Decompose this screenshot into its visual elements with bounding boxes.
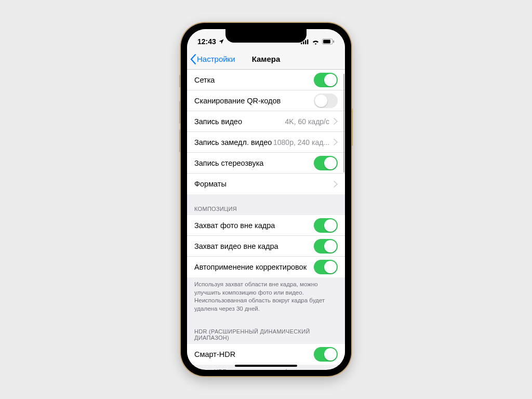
chevron-left-icon (190, 54, 197, 64)
screen: 12:43 (187, 29, 345, 370)
chevron-right-icon (334, 181, 338, 188)
row-photo-outside-frame[interactable]: Захват фото вне кадра (187, 215, 345, 236)
back-label: Настройки (197, 55, 235, 63)
row-label: Запись видео (194, 117, 285, 126)
row-label: Автоприменение корректировок (194, 263, 314, 271)
svg-rect-2 (305, 40, 306, 44)
chevron-right-icon (334, 118, 338, 125)
row-video-outside-frame[interactable]: Захват видео вне кадра (187, 236, 345, 257)
power-button[interactable] (351, 109, 353, 146)
section-footer-composition: Используя захват области вне кадра, можн… (187, 277, 345, 317)
row-value: 1080p, 240 кад... (273, 138, 329, 147)
svg-rect-0 (301, 43, 302, 44)
row-value: 4K, 60 кадр/с (285, 117, 329, 126)
battery-icon (322, 38, 335, 45)
volume-down[interactable] (179, 129, 181, 152)
row-grid[interactable]: Сетка (187, 70, 345, 90)
row-label: Смарт-HDR (194, 350, 314, 358)
settings-group-main: Сетка Сканирование QR-кодов Запись видео… (187, 70, 345, 194)
notch (225, 29, 307, 43)
scrollbar[interactable] (343, 74, 344, 172)
mute-switch[interactable] (179, 75, 181, 87)
row-label: Захват фото вне кадра (194, 221, 314, 230)
row-label: Форматы (194, 180, 331, 188)
svg-rect-5 (323, 40, 330, 44)
toggle-photo-outside-frame[interactable] (314, 218, 338, 233)
row-record-video[interactable]: Запись видео 4K, 60 кадр/с (187, 111, 345, 132)
row-label: Запись стереозвука (194, 159, 314, 167)
location-arrow-icon (218, 38, 224, 45)
toggle-qr-scan[interactable] (314, 94, 338, 108)
nav-bar: Настройки Камера (187, 49, 345, 70)
row-label: Сетка (194, 76, 314, 84)
svg-rect-1 (303, 41, 304, 44)
toggle-stereo[interactable] (314, 156, 338, 170)
status-time: 12:43 (197, 37, 216, 46)
toggle-grid[interactable] (314, 73, 338, 87)
toggle-auto-apply[interactable] (314, 260, 338, 274)
toggle-smart-hdr[interactable] (314, 347, 338, 362)
settings-group-composition: Захват фото вне кадра Захват видео вне к… (187, 215, 345, 277)
row-label: Захват видео вне кадра (194, 242, 314, 250)
toggle-video-outside-frame[interactable] (314, 239, 338, 254)
volume-up[interactable] (179, 101, 181, 124)
settings-group-hdr: Смарт-HDR (187, 344, 345, 365)
nav-title: Камера (252, 55, 281, 63)
settings-content[interactable]: Сетка Сканирование QR-кодов Запись видео… (187, 70, 345, 370)
row-auto-apply[interactable]: Автоприменение корректировок (187, 257, 345, 277)
svg-rect-3 (307, 39, 308, 44)
back-button[interactable]: Настройки (187, 54, 235, 64)
row-label: Запись замедл. видео (194, 138, 273, 147)
svg-rect-6 (333, 41, 334, 43)
row-formats[interactable]: Форматы (187, 174, 345, 194)
row-smart-hdr[interactable]: Смарт-HDR (187, 344, 345, 365)
chevron-right-icon (334, 139, 338, 145)
wifi-icon (312, 39, 320, 45)
row-label: Сканирование QR-кодов (194, 97, 314, 105)
phone-frame: 12:43 (181, 23, 351, 376)
home-indicator[interactable] (235, 365, 297, 367)
row-stereo[interactable]: Запись стереозвука (187, 153, 345, 174)
row-qr-scan[interactable]: Сканирование QR-кодов (187, 90, 345, 111)
row-slowmo[interactable]: Запись замедл. видео 1080p, 240 кад... (187, 132, 345, 153)
section-header-hdr: HDR (РАСШИРЕННЫЙ ДИНАМИЧЕСКИЙ ДИАПАЗОН) (187, 317, 345, 344)
section-header-composition: КОМПОЗИЦИЯ (187, 194, 345, 215)
